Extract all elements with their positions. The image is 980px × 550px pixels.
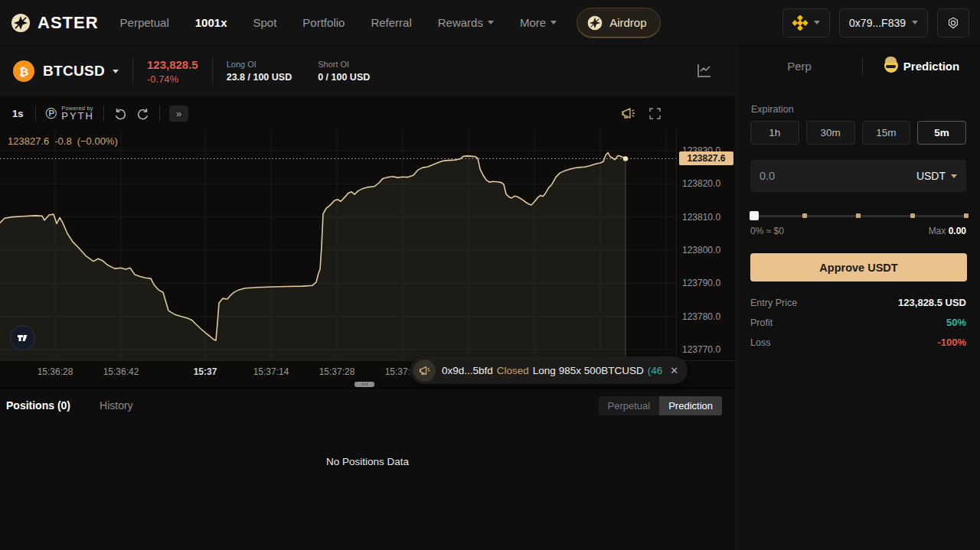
trade-notification-toast[interactable]: 0x9d...5bfd Closed Long 985x 500BTCUSD (… [410, 356, 688, 384]
long-oi-label: Long OI [227, 60, 292, 69]
nav-item-spot[interactable]: Spot [253, 16, 277, 29]
toggle-prediction[interactable]: Prediction [659, 396, 722, 415]
slider-tick-50[interactable] [856, 213, 861, 218]
tradingview-icon [16, 331, 29, 344]
amount-slider [750, 212, 966, 221]
last-price-badge: 123827.6 [679, 151, 733, 165]
price-tick: 123770.0 [682, 344, 720, 355]
chevron-down-icon [113, 70, 119, 73]
brand-name: ASTER [38, 13, 99, 33]
price-tick: 123810.0 [682, 212, 720, 223]
nav-item-portfolio[interactable]: Portfolio [302, 16, 345, 29]
legend-change: -0.8 [54, 135, 71, 147]
airdrop-button[interactable]: Airdrop [577, 8, 661, 38]
nav-item-perpetual[interactable]: Perpetual [120, 16, 169, 29]
fullscreen-icon [648, 107, 662, 120]
time-tick: 15:37:28 [319, 366, 355, 377]
slider-percent-label: 0% ≈ $0 [750, 226, 784, 236]
expiration-label: Expiration [751, 104, 980, 115]
nav-item-rewards[interactable]: Rewards [438, 16, 494, 29]
expiration-30m-button[interactable]: 30m [806, 121, 855, 145]
nav-item-more[interactable]: More [520, 16, 557, 29]
close-icon[interactable]: ✕ [670, 365, 678, 376]
slider-tick-100[interactable] [964, 213, 969, 218]
ticker-change: -0.74% [147, 73, 198, 85]
divider [132, 58, 133, 84]
currency-label: USDT [916, 170, 946, 182]
ticker-price: 123,828.5 [147, 58, 198, 71]
divider [159, 106, 160, 121]
top-nav: ASTER Perpetual 1001x Spot Portfolio Ref… [0, 0, 980, 46]
approve-usdt-button[interactable]: Approve USDT [750, 253, 967, 282]
megaphone-icon [621, 106, 636, 120]
tab-perp[interactable]: Perp [737, 60, 862, 73]
tradingview-logo[interactable] [10, 325, 35, 350]
slider-max-value: 0.00 [949, 226, 966, 236]
announcements-button[interactable] [621, 106, 636, 120]
tab-prediction[interactable]: Prediction [863, 59, 980, 73]
undo-button[interactable] [113, 106, 127, 120]
time-tick: 15:36:28 [38, 366, 74, 377]
toggle-perpetual[interactable]: Perpetual [599, 396, 660, 415]
amount-input[interactable] [760, 170, 916, 182]
loss-value: -100% [937, 337, 966, 348]
nav-items: Perpetual 1001x Spot Portfolio Referral … [120, 16, 557, 29]
price-tick: 123820.0 [682, 178, 720, 189]
slider-max: Max 0.00 [929, 226, 966, 236]
fullscreen-button[interactable] [648, 107, 662, 120]
undo-icon [113, 106, 127, 120]
short-oi-label: Short OI [318, 60, 370, 69]
price-chart[interactable]: 123827.6 -0.8 (−0.00%) [0, 129, 676, 360]
prediction-emoji-icon [884, 59, 898, 73]
divider [212, 58, 213, 84]
toast-detail: Long 985x 500BTCUSD [533, 365, 644, 376]
currency-selector[interactable]: USDT [916, 170, 957, 182]
tab-history[interactable]: History [100, 399, 133, 412]
expiration-15m-button[interactable]: 15m [862, 121, 911, 145]
chevron-down-icon [814, 21, 820, 24]
interval-button[interactable]: 1s [9, 108, 26, 119]
settings-button[interactable] [937, 8, 969, 37]
positions-mode-toggle: Perpetual Prediction [599, 396, 722, 415]
chevron-down-icon [912, 21, 918, 24]
pair-selector[interactable]: ₿ BTCUSD [12, 60, 119, 83]
wallet-selector[interactable]: 0x79...F839 [839, 8, 928, 37]
chart-legend: 123827.6 -0.8 (−0.00%) [8, 135, 118, 147]
price-tick: 123790.0 [682, 278, 720, 288]
expiration-5m-button[interactable]: 5m [917, 121, 966, 145]
aster-logo-icon [586, 15, 603, 31]
tab-positions[interactable]: Positions (0) [6, 399, 70, 412]
entry-price-value: 123,828.5 USD [898, 297, 966, 308]
gear-icon [947, 15, 959, 31]
brand[interactable]: ASTER [11, 13, 99, 33]
pyth-attribution: ℗ Powered by PYTH [45, 105, 93, 122]
legend-price: 123827.6 [8, 135, 49, 147]
expiration-1h-button[interactable]: 1h [750, 121, 799, 145]
chevron-down-icon [951, 174, 957, 178]
order-info: Entry Price 123,828.5 USD Profit 50% Los… [750, 297, 966, 348]
order-panel: Perp Prediction Expiration 1h 30m 15m 5m… [736, 46, 980, 550]
expand-toolbar-button[interactable]: » [169, 106, 188, 122]
chart-toggle-button[interactable] [695, 61, 714, 80]
chain-selector[interactable] [782, 8, 830, 37]
chart-canvas [0, 129, 676, 360]
slider-handle[interactable] [750, 211, 759, 220]
nav-item-referral[interactable]: Referral [371, 16, 411, 29]
entry-price-row: Entry Price 123,828.5 USD [750, 297, 966, 308]
slider-tick-25[interactable] [802, 213, 807, 218]
slider-tick-75[interactable] [910, 213, 915, 218]
app-window: ASTER Perpetual 1001x Spot Portfolio Ref… [0, 0, 980, 550]
profit-row: Profit 50% [750, 317, 966, 328]
redo-button[interactable] [136, 106, 150, 120]
main-column: ₿ BTCUSD 123,828.5 -0.74% Long OI 23.8 /… [0, 46, 735, 550]
price-tick: 123800.0 [682, 245, 720, 255]
time-tick: 15:36:42 [103, 366, 139, 377]
price-axis[interactable]: 123830.0123820.0123810.0123800.0123790.0… [676, 129, 735, 360]
divider [103, 106, 104, 121]
nav-item-1001x[interactable]: 1001x [195, 16, 227, 29]
svg-text:₿: ₿ [19, 65, 28, 79]
scrollbar-handle[interactable] [354, 382, 374, 387]
expiration-options: 1h 30m 15m 5m [737, 121, 980, 145]
btc-icon: ₿ [12, 60, 35, 83]
short-oi-value: 0 / 100 USD [318, 72, 370, 83]
